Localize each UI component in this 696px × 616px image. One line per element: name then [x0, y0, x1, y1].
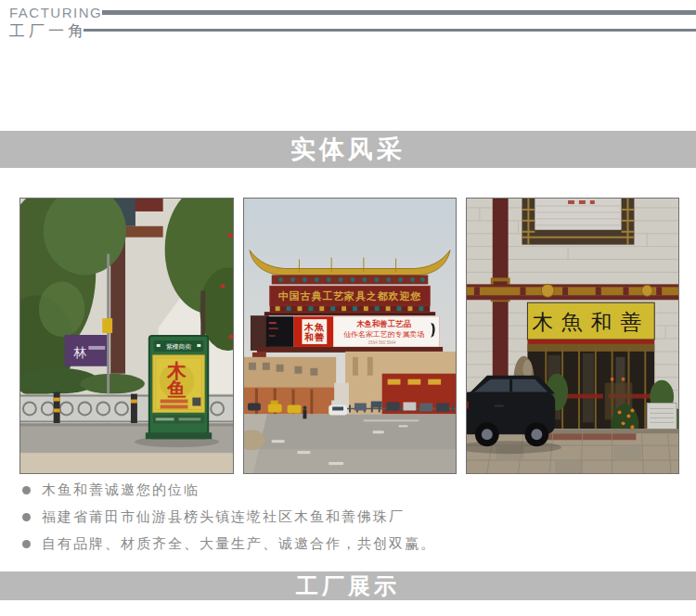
ad-phone: 0594 560 5944	[368, 340, 396, 345]
logo-row-2: 和善	[303, 332, 325, 342]
photo-archway-graphic: 中国古典工艺家具之都欢迎您 木魚 和善 木鱼和善工艺品 仙作名家工艺的专属卖场	[244, 199, 456, 473]
archway-plaque-text: 中国古典工艺家具之都欢迎您	[278, 290, 422, 302]
list-item-text: 自有品牌、材质齐全、大量生产、诚邀合作，共创双赢。	[42, 535, 436, 553]
section-title-showcase: 实体风采	[290, 135, 406, 163]
list-item: 福建省莆田市仙游县榜头镇连墘社区木鱼和善佛珠厂	[22, 504, 679, 531]
photo-street-kiosk-graphic: 林	[20, 199, 233, 473]
list-item: 木鱼和善诚邀您的位临	[22, 477, 679, 504]
divider-thick	[102, 10, 696, 15]
green-kiosk: 紫檀商街 木 鱼	[146, 336, 212, 439]
header-title-zh: 工厂一角	[9, 20, 87, 42]
photo-archway-street: 中国古典工艺家具之都欢迎您 木魚 和善 木鱼和善工艺品 仙作名家工艺的专属卖场	[243, 198, 457, 474]
photo-row: 林	[19, 198, 679, 474]
header-subtitle-en: FACTURING	[9, 5, 102, 20]
product-detail-section: FACTURING 工厂一角 实体风采	[0, 0, 696, 616]
section-title-factory: 工厂展示	[296, 573, 400, 598]
bullet-icon	[22, 513, 31, 521]
feature-list: 木鱼和善诚邀您的位临 福建省莆田市仙游县榜头镇连墘社区木鱼和善佛珠厂 自有品牌、…	[22, 477, 679, 558]
logo-row-1: 木魚	[303, 322, 325, 332]
ad-line-2: 仙作名家工艺的专属卖场	[343, 330, 424, 339]
bullet-icon	[22, 540, 31, 548]
photo-storefront-graphic: 木魚和善	[467, 199, 678, 473]
list-item-text: 福建省莆田市仙游县榜头镇连墘社区木鱼和善佛珠厂	[42, 508, 405, 526]
divider-thin	[84, 29, 696, 32]
kiosk-header-text: 紫檀商街	[166, 343, 192, 351]
section-banner-showcase: 实体风采	[0, 131, 696, 168]
brand-logo: 木魚 和善	[302, 319, 327, 344]
section-banner-factory: 工厂展示	[0, 571, 696, 600]
ad-line-1: 木鱼和善工艺品	[355, 319, 411, 328]
list-item: 自有品牌、材质齐全、大量生产、诚邀合作，共创双赢。	[22, 531, 679, 558]
photo-street-kiosk: 林	[19, 198, 234, 474]
photo-storefront: 木魚和善	[466, 198, 679, 474]
kiosk-char-2: 鱼	[166, 379, 187, 400]
list-item-text: 木鱼和善诚邀您的位临	[42, 481, 200, 499]
bullet-icon	[22, 486, 31, 494]
purple-sign-text: 林	[72, 345, 86, 360]
